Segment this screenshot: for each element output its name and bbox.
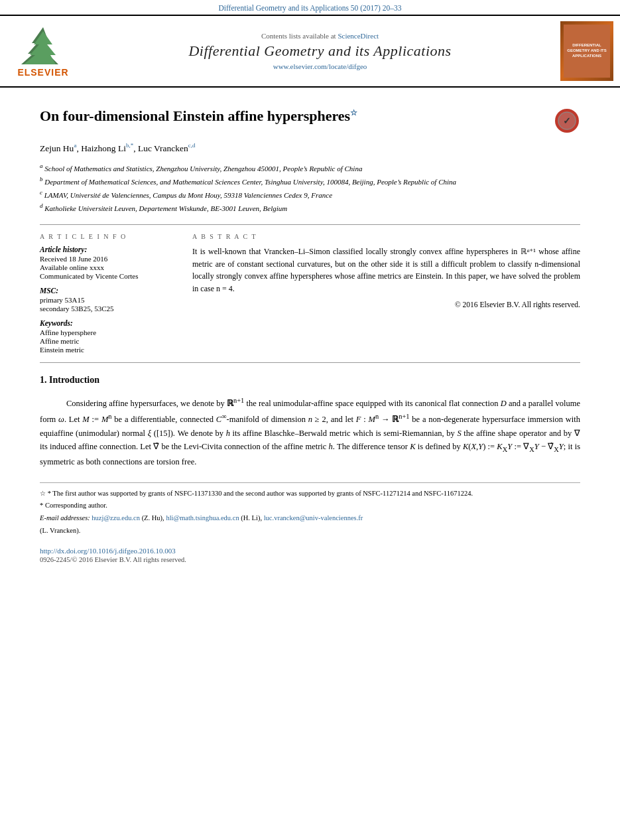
- keyword-3: Einstein metric: [40, 346, 179, 354]
- journal-header: ELSEVIER Contents lists available at Sci…: [0, 15, 620, 88]
- affiliation-a: a School of Mathematics and Statistics, …: [40, 162, 580, 174]
- affiliation-d: d Katholieke Universiteit Leuven, Depart…: [40, 202, 580, 214]
- elsevier-tree-icon: [13, 25, 73, 66]
- journal-url[interactable]: www.elsevier.com/locate/difgeo: [86, 62, 554, 70]
- footnote-email-luc: (L. Vrancken).: [40, 525, 580, 536]
- keywords-heading: Keywords:: [40, 319, 179, 327]
- footnote-star-symbol: ☆: [40, 490, 46, 497]
- keyword-2: Affine metric: [40, 337, 179, 345]
- journal-header-center: Contents lists available at ScienceDirec…: [86, 32, 554, 70]
- msc-heading: MSC:: [40, 287, 179, 295]
- affil-sup-d: d: [40, 202, 43, 209]
- title-star: ☆: [350, 108, 357, 117]
- available-online: Available online xxxx: [40, 263, 179, 271]
- email-3[interactable]: luc.vrancken@univ-valenciennes.fr: [264, 514, 363, 522]
- email-label: E-mail addresses:: [40, 514, 90, 522]
- email-2[interactable]: hli@math.tsinghua.edu.cn: [166, 514, 239, 522]
- introduction-heading: 1. Introduction: [40, 375, 580, 385]
- affiliations: a School of Mathematics and Statistics, …: [40, 162, 580, 214]
- abstract-section: A B S T R A C T It is well-known that Vr…: [192, 233, 580, 354]
- elsevier-logo: ELSEVIER: [7, 25, 80, 78]
- introduction-paragraph: Considering affine hypersurfaces, we den…: [40, 395, 580, 469]
- footnote-emails: E-mail addresses: huzj@zzu.edu.cn (Z. Hu…: [40, 513, 580, 524]
- journal-ref-text: Differential Geometry and its Applicatio…: [218, 4, 401, 12]
- email-1[interactable]: huzj@zzu.edu.cn: [92, 514, 140, 522]
- affiliation-b: b Department of Mathematical Sciences, a…: [40, 175, 580, 187]
- article-abstract-section: A R T I C L E I N F O Article history: R…: [40, 233, 580, 354]
- main-content: On four-dimensional Einstein affine hype…: [0, 88, 620, 577]
- divider-1: [40, 224, 580, 225]
- msc-primary: primary 53A15: [40, 296, 179, 304]
- footer-copyright: 0926-2245/© 2016 Elsevier B.V. All right…: [40, 556, 580, 563]
- article-info: A R T I C L E I N F O Article history: R…: [40, 233, 179, 354]
- msc-secondary: secondary 53B25, 53C25: [40, 305, 179, 313]
- contents-line: Contents lists available at ScienceDirec…: [86, 32, 554, 40]
- R-n+1-bold: ℝ: [227, 399, 233, 408]
- paper-title: On four-dimensional Einstein affine hype…: [40, 107, 547, 125]
- Cinfty-var: C: [216, 415, 221, 424]
- paper-title-section: On four-dimensional Einstein affine hype…: [40, 107, 580, 134]
- affil-cd: c,d: [188, 142, 196, 149]
- footnote-star-note: ☆ * The first author was supported by gr…: [40, 488, 580, 499]
- received-date: Received 18 June 2016: [40, 255, 179, 263]
- abstract-text: It is well-known that Vrancken–Li–Simon …: [192, 245, 580, 295]
- communicated-by: Communicated by Vicente Cortes: [40, 272, 179, 280]
- footnote-corresponding: * Corresponding author.: [40, 500, 580, 511]
- omega-var: ω: [58, 415, 64, 424]
- abstract-label: A B S T R A C T: [192, 233, 580, 240]
- svg-text:✓: ✓: [563, 116, 571, 126]
- divider-2: [40, 362, 580, 363]
- affil-sup-c: c: [40, 189, 42, 196]
- journal-reference-bar: Differential Geometry and its Applicatio…: [0, 0, 620, 15]
- journal-title: Differential Geometry and its Applicatio…: [86, 42, 554, 60]
- keyword-1: Affine hypersphere: [40, 328, 179, 336]
- Mn-var: M: [101, 415, 108, 424]
- sciencedirect-link[interactable]: ScienceDirect: [338, 32, 379, 40]
- elsevier-wordmark: ELSEVIER: [17, 67, 68, 78]
- affiliation-c: c LAMAV, Université de Valenciennes, Cam…: [40, 188, 580, 200]
- D-var: D: [501, 399, 507, 408]
- doi-link[interactable]: http://dx.doi.org/10.1016/j.difgeo.2016.…: [40, 547, 580, 555]
- affil-sup-b: b: [40, 176, 43, 182]
- article-history-heading: Article history:: [40, 245, 179, 253]
- M-var: M: [82, 415, 89, 424]
- crossmark-icon: ✓: [555, 109, 579, 133]
- footnotes: ☆ * The first author was supported by gr…: [40, 482, 580, 536]
- journal-cover-thumbnail: DIFFERENTIAL GEOMETRY AND ITS APPLICATIO…: [560, 21, 613, 81]
- article-info-label: A R T I C L E I N F O: [40, 233, 179, 240]
- n+1-sup: n+1: [233, 397, 244, 404]
- affil-a: a: [74, 142, 76, 149]
- affil-b: b,*: [126, 142, 133, 149]
- footer: http://dx.doi.org/10.1016/j.difgeo.2016.…: [40, 547, 580, 563]
- crossmark-logo: ✓: [554, 107, 580, 134]
- abstract-copyright: © 2016 Elsevier B.V. All rights reserved…: [192, 301, 580, 309]
- authors-line: Zejun Hua, Haizhong Lib,*, Luc Vranckenc…: [40, 142, 580, 154]
- affil-sup-a: a: [40, 163, 43, 169]
- journal-cover-text: DIFFERENTIAL GEOMETRY AND ITS APPLICATIO…: [566, 43, 607, 58]
